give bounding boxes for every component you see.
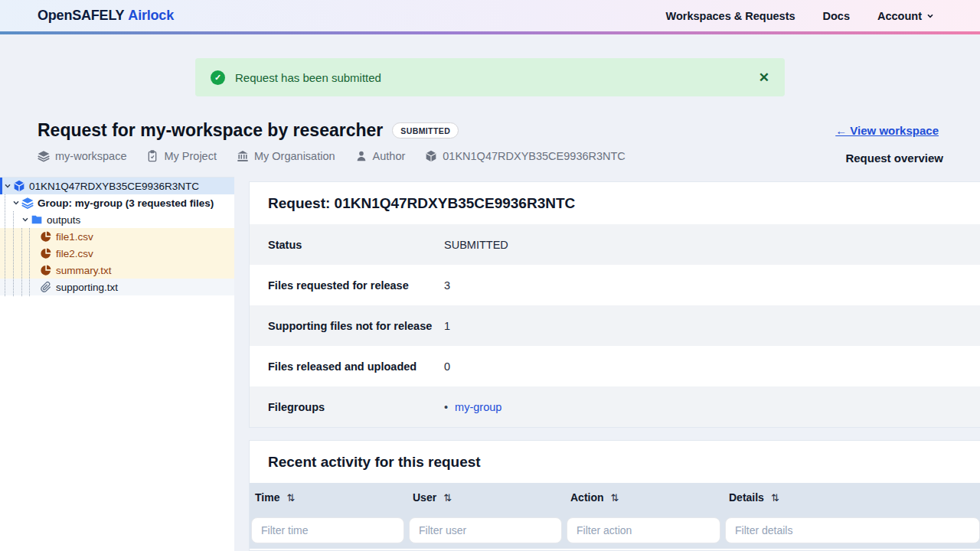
detail-label: Filegroups (268, 401, 444, 413)
activity-table-header: Time ⇅ User ⇅ Action ⇅ Details ⇅ (250, 483, 980, 512)
detail-label: Files requested for release (268, 279, 444, 292)
tree-item-label: summary.txt (56, 265, 112, 276)
activity-filter-row (250, 512, 980, 549)
detail-value: SUBMITTED (444, 239, 508, 251)
meta-workspace: my-workspace (38, 150, 126, 162)
cube-icon (13, 180, 25, 192)
clipboard-icon (146, 150, 158, 162)
sort-icon[interactable]: ⇅ (771, 492, 779, 504)
request-meta-row: my-workspace My Project My Organisation … (38, 150, 626, 162)
meta-organisation-label: My Organisation (254, 150, 335, 162)
filter-time-input[interactable] (251, 517, 404, 543)
detail-row-supporting-files: Supporting files not for release 1 (250, 305, 980, 346)
chevron-down-icon[interactable] (20, 214, 31, 225)
chevron-down-icon (926, 12, 934, 20)
chevron-down-icon[interactable] (11, 197, 21, 208)
recent-activity-card: Recent activity for this request Time ⇅ … (249, 440, 980, 551)
column-header-time[interactable]: Time ⇅ (255, 491, 413, 504)
layers-icon (21, 197, 34, 209)
close-icon[interactable]: ✕ (759, 71, 769, 84)
request-overview-label: Request overview (845, 152, 943, 165)
tree-item-label: supporting.txt (56, 282, 118, 293)
pie-chart-file-icon (40, 247, 52, 259)
check-circle-icon: ✓ (211, 70, 225, 85)
nav-workspaces-requests[interactable]: Workspaces & Requests (666, 10, 795, 22)
paperclip-icon (40, 281, 52, 293)
detail-label: Files released and uploaded (268, 360, 444, 373)
column-header-details[interactable]: Details ⇅ (729, 491, 980, 504)
logo-airlock: Airlock (128, 8, 174, 23)
nav-links: Workspaces & Requests Docs Account (666, 10, 934, 22)
meta-project: My Project (146, 150, 217, 162)
user-icon (355, 150, 368, 162)
navbar-accent-bar (0, 31, 980, 34)
tree-item-group[interactable]: Group: my-group (3 requested files) (0, 194, 234, 211)
sort-icon[interactable]: ⇅ (611, 492, 619, 504)
tree-item-request[interactable]: 01KN1Q47RDXYB35CE9936R3NTC (0, 178, 234, 194)
navbar: OpenSAFELYAirlock Workspaces & Requests … (0, 0, 980, 31)
success-notification: ✓ Request has been submitted ✕ (195, 58, 785, 96)
tree-item-file1[interactable]: file1.csv (0, 228, 234, 245)
tree-item-label: file2.csv (56, 248, 93, 259)
detail-value: 1 (444, 320, 450, 332)
request-card-title: Request: 01KN1Q47RDXYB35CE9936R3NTC (250, 182, 980, 224)
column-label: User (413, 491, 436, 504)
tree-item-supporting[interactable]: supporting.txt (0, 279, 234, 295)
activity-card-title: Recent activity for this request (250, 441, 980, 483)
filter-action-input[interactable] (567, 517, 720, 543)
file-tree: 01KN1Q47RDXYB35CE9936R3NTC Group: my-gro… (0, 178, 234, 295)
filter-details-input[interactable] (725, 517, 980, 543)
meta-workspace-label: my-workspace (55, 150, 126, 162)
filegroup-link[interactable]: my-group (455, 401, 501, 413)
detail-row-filegroups: Filegroups • my-group (250, 386, 980, 427)
detail-row-files-released: Files released and uploaded 0 (250, 346, 980, 386)
detail-value: 0 (444, 360, 450, 373)
sort-icon[interactable]: ⇅ (443, 492, 452, 504)
page-header: Request for my-workspace by researcher S… (38, 120, 459, 141)
detail-label: Supporting files not for release (268, 320, 444, 332)
cube-icon (425, 150, 437, 162)
layers-icon (38, 150, 50, 162)
tree-item-label: 01KN1Q47RDXYB35CE9936R3NTC (29, 181, 199, 192)
bullet: • (444, 401, 448, 413)
tree-item-file2[interactable]: file2.csv (0, 245, 234, 262)
tree-item-summary[interactable]: summary.txt (0, 262, 234, 279)
detail-label: Status (268, 239, 444, 251)
sort-icon[interactable]: ⇅ (286, 492, 295, 504)
nav-account-label: Account (877, 10, 922, 22)
tree-item-label: outputs (47, 214, 80, 226)
detail-row-files-requested: Files requested for release 3 (250, 265, 980, 305)
chevron-down-icon[interactable] (2, 181, 13, 191)
meta-organisation: My Organisation (237, 150, 335, 162)
meta-request-id-label: 01KN1Q47RDXYB35CE9936R3NTC (443, 150, 626, 162)
view-workspace-link[interactable]: ← View workspace (835, 124, 939, 137)
column-label: Action (570, 491, 604, 504)
nav-account-menu[interactable]: Account (877, 10, 934, 22)
meta-project-label: My Project (164, 150, 217, 162)
column-label: Time (255, 491, 279, 504)
logo-opensafely: OpenSAFELY (38, 8, 124, 23)
folder-icon (31, 214, 43, 226)
tree-item-label: file1.csv (56, 231, 93, 243)
file-tree-sidebar: 01KN1Q47RDXYB35CE9936R3NTC Group: my-gro… (0, 177, 234, 551)
notification-message: Request has been submitted (235, 71, 381, 84)
column-header-user[interactable]: User ⇅ (413, 491, 570, 504)
filter-user-input[interactable] (409, 517, 562, 543)
app-logo[interactable]: OpenSAFELYAirlock (38, 8, 174, 24)
nav-docs[interactable]: Docs (823, 10, 850, 22)
meta-author: Author (355, 150, 406, 162)
tree-item-outputs-folder[interactable]: outputs (0, 211, 234, 228)
organisation-icon (237, 150, 249, 162)
column-header-action[interactable]: Action ⇅ (570, 491, 729, 504)
detail-value: 3 (444, 279, 450, 292)
status-badge: SUBMITTED (392, 122, 459, 139)
tree-item-label: Group: my-group (3 requested files) (38, 197, 214, 209)
meta-author-label: Author (373, 150, 406, 162)
column-label: Details (729, 491, 764, 504)
pie-chart-file-icon (40, 230, 52, 243)
request-details-card: Request: 01KN1Q47RDXYB35CE9936R3NTC Stat… (249, 181, 980, 428)
page-title: Request for my-workspace by researcher (38, 120, 383, 141)
detail-row-status: Status SUBMITTED (250, 224, 980, 265)
pie-chart-file-icon (40, 264, 52, 276)
meta-request-id: 01KN1Q47RDXYB35CE9936R3NTC (425, 150, 626, 162)
